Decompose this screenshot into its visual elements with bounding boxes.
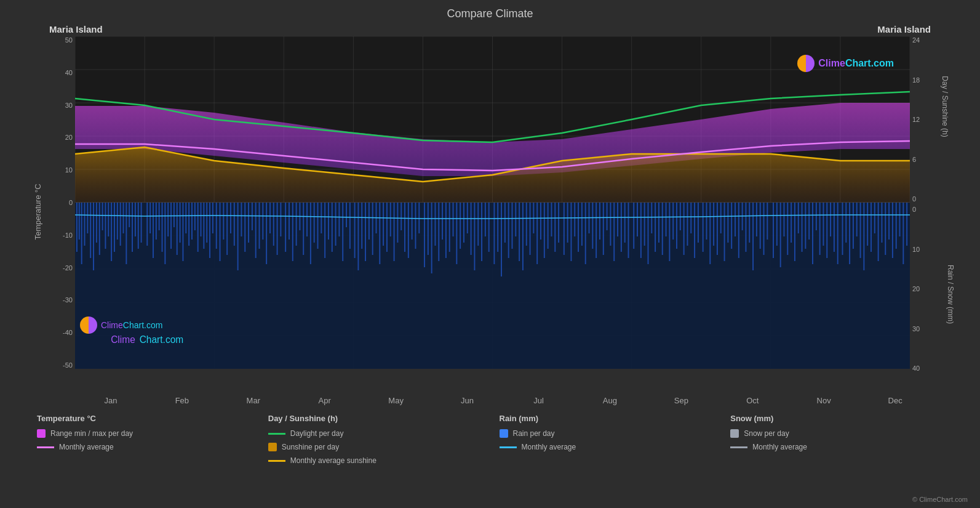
svg-rect-31 bbox=[84, 203, 86, 246]
svg-rect-99 bbox=[306, 203, 308, 236]
svg-text:Chart.com: Chart.com bbox=[140, 334, 184, 345]
svg-rect-108 bbox=[338, 203, 340, 236]
legend-item-snow-avg: Monthly average bbox=[730, 443, 949, 451]
svg-rect-209 bbox=[709, 203, 711, 264]
svg-rect-180 bbox=[603, 203, 604, 255]
svg-rect-114 bbox=[361, 203, 362, 249]
svg-rect-242 bbox=[830, 203, 831, 236]
svg-rect-142 bbox=[463, 203, 464, 243]
svg-rect-107 bbox=[335, 203, 337, 246]
svg-rect-40 bbox=[111, 203, 112, 261]
svg-rect-205 bbox=[694, 203, 695, 258]
svg-rect-133 bbox=[431, 203, 432, 273]
svg-rect-41 bbox=[114, 203, 115, 252]
svg-rect-258 bbox=[888, 203, 890, 240]
svg-rect-144 bbox=[471, 203, 472, 255]
svg-rect-71 bbox=[206, 203, 207, 243]
svg-rect-158 bbox=[522, 203, 524, 270]
svg-rect-84 bbox=[252, 203, 253, 230]
svg-rect-119 bbox=[379, 203, 380, 264]
svg-rect-259 bbox=[892, 203, 893, 258]
svg-rect-77 bbox=[226, 203, 228, 255]
svg-rect-78 bbox=[230, 203, 231, 233]
svg-rect-43 bbox=[120, 203, 121, 246]
svg-rect-76 bbox=[223, 203, 224, 240]
svg-rect-102 bbox=[317, 203, 319, 249]
svg-rect-187 bbox=[628, 203, 629, 258]
legend-item-sunshine-avg: Monthly average sunshine bbox=[268, 456, 487, 465]
svg-rect-166 bbox=[551, 203, 552, 236]
svg-rect-208 bbox=[706, 203, 707, 240]
svg-rect-168 bbox=[558, 203, 559, 243]
svg-rect-51 bbox=[146, 203, 148, 246]
svg-rect-217 bbox=[738, 203, 739, 258]
svg-rect-233 bbox=[798, 203, 799, 233]
svg-rect-83 bbox=[248, 203, 249, 243]
svg-rect-29 bbox=[79, 203, 80, 240]
legend-item-temp-range: Range min / max per day bbox=[37, 429, 256, 438]
svg-rect-156 bbox=[515, 203, 516, 236]
y-tick-right-rain: 10 bbox=[912, 246, 920, 253]
legend-label: Monthly average sunshine bbox=[290, 456, 376, 465]
svg-rect-236 bbox=[808, 203, 810, 240]
svg-rect-134 bbox=[434, 203, 436, 246]
legend-col-title: Temperature °C bbox=[37, 414, 256, 423]
svg-rect-175 bbox=[585, 203, 586, 264]
svg-rect-197 bbox=[666, 203, 667, 236]
svg-rect-164 bbox=[544, 203, 545, 258]
svg-rect-146 bbox=[477, 203, 479, 246]
legend-item-daylight: Daylight per day bbox=[268, 429, 487, 438]
logo-bottom-left: ClimeChart.com bbox=[80, 316, 162, 334]
legend-item-snow: Snow per day bbox=[730, 429, 949, 438]
svg-rect-140 bbox=[456, 203, 457, 264]
svg-rect-81 bbox=[241, 203, 242, 236]
y-tick: 30 bbox=[65, 102, 73, 109]
svg-rect-203 bbox=[687, 203, 688, 246]
svg-rect-250 bbox=[860, 203, 861, 258]
svg-rect-61 bbox=[177, 203, 178, 255]
legend-label-monthly-avg-rain: Monthly average bbox=[522, 443, 576, 451]
legend-label: Rain per day bbox=[513, 429, 555, 438]
svg-rect-30 bbox=[81, 203, 82, 264]
svg-rect-88 bbox=[266, 203, 267, 264]
svg-rect-153 bbox=[504, 203, 506, 243]
svg-rect-192 bbox=[648, 203, 649, 264]
legend-item-sunshine: Sunshine per day bbox=[268, 443, 487, 451]
svg-rect-246 bbox=[845, 203, 847, 243]
svg-rect-101 bbox=[314, 203, 315, 243]
svg-rect-253 bbox=[870, 203, 872, 252]
svg-rect-37 bbox=[102, 203, 103, 230]
svg-rect-184 bbox=[617, 203, 618, 236]
y-tick: -20 bbox=[63, 264, 73, 272]
y-tick-right-rain: 30 bbox=[912, 325, 920, 333]
svg-rect-262 bbox=[902, 203, 904, 264]
svg-rect-240 bbox=[823, 203, 824, 246]
legend-col-title: Snow (mm) bbox=[730, 414, 949, 423]
y-tick-right: 18 bbox=[912, 76, 920, 84]
svg-rect-65 bbox=[188, 203, 189, 246]
svg-rect-28 bbox=[76, 203, 78, 252]
svg-rect-147 bbox=[481, 203, 482, 261]
main-chart: Clime Chart.com bbox=[75, 36, 910, 369]
right-axis-label-sunshine: Day / Sunshine (h) bbox=[940, 76, 949, 137]
svg-rect-178 bbox=[596, 203, 597, 258]
svg-rect-226 bbox=[773, 203, 774, 258]
svg-rect-120 bbox=[383, 203, 384, 246]
svg-rect-46 bbox=[129, 203, 130, 227]
svg-rect-207 bbox=[703, 203, 704, 252]
legend-label-monthly-avg-snow: Monthly average bbox=[752, 443, 807, 451]
svg-rect-49 bbox=[138, 203, 139, 249]
svg-rect-94 bbox=[289, 203, 290, 240]
svg-rect-172 bbox=[574, 203, 575, 236]
svg-rect-98 bbox=[303, 203, 304, 255]
svg-rect-33 bbox=[90, 203, 91, 258]
svg-rect-201 bbox=[680, 203, 681, 230]
y-tick: 20 bbox=[65, 134, 73, 141]
svg-rect-47 bbox=[132, 203, 133, 252]
y-tick: -40 bbox=[63, 329, 73, 336]
svg-rect-35 bbox=[96, 203, 97, 243]
svg-rect-251 bbox=[863, 203, 864, 270]
svg-rect-127 bbox=[408, 203, 409, 258]
svg-rect-39 bbox=[108, 203, 109, 236]
svg-rect-257 bbox=[885, 203, 886, 255]
